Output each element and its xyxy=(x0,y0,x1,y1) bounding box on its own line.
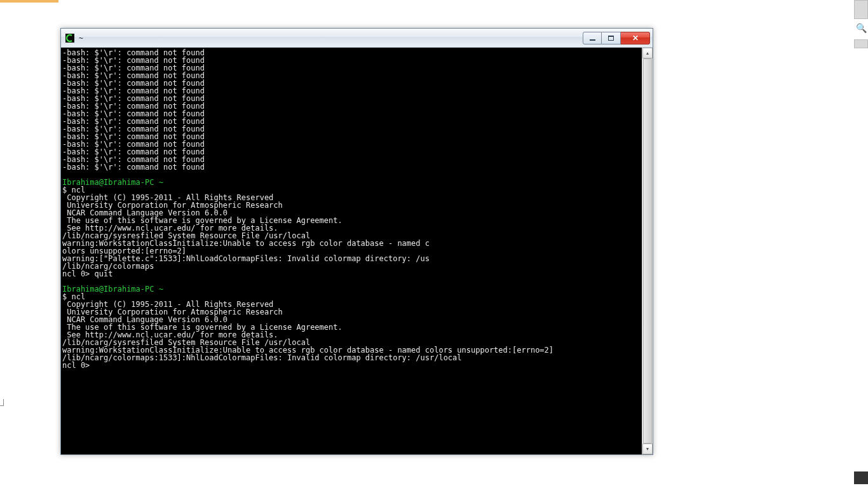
scroll-track[interactable] xyxy=(642,58,653,444)
terminal-window: ~ ✕ -bash: $'\r': command not found-bash… xyxy=(60,28,653,455)
terminal-line: /lib/ncarg/colormaps:1533]:NhlLoadColorm… xyxy=(62,354,641,362)
cygwin-icon xyxy=(65,33,75,43)
scroll-down-button[interactable]: ▾ xyxy=(642,444,653,454)
edge-block xyxy=(854,39,868,48)
page-accent-strip xyxy=(0,0,58,3)
edge-block xyxy=(854,0,868,19)
close-button[interactable]: ✕ xyxy=(621,32,650,44)
window-controls: ✕ xyxy=(583,32,650,44)
minimize-button[interactable] xyxy=(583,32,602,44)
maximize-button[interactable] xyxy=(602,32,621,44)
maximize-icon xyxy=(608,36,614,41)
scrollbar-vertical[interactable]: ▴ ▾ xyxy=(642,48,653,454)
window-title: ~ xyxy=(79,34,583,43)
page-mark xyxy=(0,399,4,406)
minimize-icon xyxy=(590,39,595,41)
terminal-line: -bash: $'\r': command not found xyxy=(62,163,641,171)
window-titlebar[interactable]: ~ ✕ xyxy=(61,29,653,48)
terminal-body-wrap: -bash: $'\r': command not found-bash: $'… xyxy=(61,48,653,454)
page-right-edge: 🔍 xyxy=(853,0,868,488)
terminal-line: Ibrahima@Ibrahima-PC ~ xyxy=(62,285,641,293)
terminal-line: /lib/ncarg/colormaps xyxy=(62,262,641,270)
close-icon: ✕ xyxy=(632,34,639,42)
scroll-thumb[interactable] xyxy=(643,58,652,444)
terminal-line: Ibrahima@Ibrahima-PC ~ xyxy=(62,179,641,186)
edge-dark-block xyxy=(854,471,868,484)
terminal-output[interactable]: -bash: $'\r': command not found-bash: $'… xyxy=(61,48,642,454)
search-icon[interactable]: 🔍 xyxy=(856,23,866,33)
scroll-up-button[interactable]: ▴ xyxy=(642,48,653,58)
terminal-line: ncl 0> quit xyxy=(62,270,641,278)
terminal-line: ncl 0> xyxy=(62,362,641,369)
